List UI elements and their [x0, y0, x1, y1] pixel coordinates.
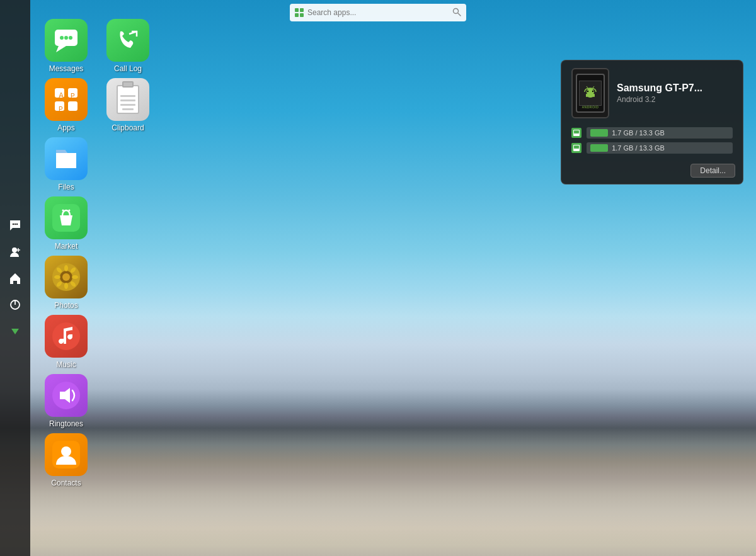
- chat-button[interactable]: [4, 214, 26, 237]
- messages-label: Messages: [49, 64, 84, 73]
- contacts-app-icon[interactable]: Contacts: [38, 433, 94, 487]
- desktop-icons-area: Messages Call Log A: [38, 19, 156, 492]
- svg-line-51: [593, 86, 594, 88]
- device-info: Samsung GT-P7... Android 3.2: [617, 82, 733, 104]
- search-bar[interactable]: [290, 4, 466, 21]
- storage2-bar: 1.7 GB / 13.3 GB: [587, 142, 733, 154]
- svg-rect-57: [574, 145, 579, 149]
- power-button[interactable]: [4, 293, 26, 316]
- market-app-icon[interactable]: Market: [38, 196, 94, 251]
- icon-row-5: Photos: [38, 256, 156, 310]
- svg-marker-16: [56, 46, 66, 52]
- svg-point-7: [14, 224, 16, 225]
- device-name: Samsung GT-P7...: [617, 82, 730, 94]
- storage1-bar: 1.7 GB / 13.3 GB: [587, 127, 733, 139]
- svg-point-19: [69, 36, 72, 40]
- svg-point-4: [454, 8, 459, 13]
- icon-row-3: Files: [38, 137, 156, 191]
- device-panel-footer: Detail...: [561, 160, 743, 184]
- device-panel-header: ANDROID Samsung GT-P7... Android 3.2: [561, 60, 743, 122]
- ringtones-app-icon[interactable]: Ringtones: [38, 374, 94, 428]
- svg-rect-53: [593, 94, 595, 97]
- storage1-fill: [590, 129, 608, 137]
- svg-point-29: [62, 210, 64, 212]
- svg-point-8: [16, 224, 18, 225]
- svg-text:P: P: [71, 93, 75, 99]
- icon-row-8: Contacts: [38, 433, 156, 487]
- calllog-app-icon[interactable]: Call Log: [100, 19, 156, 73]
- contacts-label: Contacts: [51, 479, 81, 487]
- svg-point-33: [62, 273, 70, 281]
- add-contact-button[interactable]: [4, 241, 26, 263]
- svg-point-17: [60, 36, 64, 40]
- svg-point-18: [64, 36, 68, 40]
- clipboard-label: Clipboard: [112, 123, 144, 132]
- music-app-icon[interactable]: Music: [38, 315, 94, 369]
- icon-row-4: Market: [38, 196, 156, 251]
- magnify-icon: [452, 8, 461, 18]
- music-label: Music: [56, 360, 76, 369]
- svg-text:P: P: [59, 106, 63, 113]
- svg-rect-55: [574, 130, 579, 133]
- arrow-down-button[interactable]: [4, 320, 26, 343]
- storage-row-2: 1.7 GB / 13.3 GB: [571, 142, 733, 154]
- svg-point-46: [61, 446, 71, 457]
- clipboard-app-icon[interactable]: Clipboard: [100, 78, 156, 132]
- svg-point-30: [69, 210, 71, 212]
- detail-button[interactable]: Detail...: [690, 164, 735, 178]
- topbar: [0, 0, 756, 25]
- svg-point-35: [64, 283, 68, 289]
- icon-row-6: Music: [38, 315, 156, 369]
- search-input[interactable]: [307, 8, 449, 17]
- svg-point-37: [72, 275, 78, 279]
- svg-rect-1: [300, 8, 304, 12]
- storage2-fill: [590, 144, 608, 152]
- svg-rect-2: [295, 13, 299, 17]
- svg-point-48: [587, 91, 588, 92]
- svg-point-36: [54, 275, 60, 279]
- device-image: ANDROID: [571, 68, 609, 118]
- icon-row-2: A P P Apps Clipboard: [38, 78, 156, 132]
- calllog-label: Call Log: [114, 64, 142, 73]
- svg-rect-0: [295, 8, 299, 12]
- svg-marker-14: [11, 329, 19, 334]
- device-panel: ANDROID Samsung GT-P7... Android 3.2 1.7…: [561, 60, 743, 184]
- svg-point-6: [13, 224, 14, 225]
- storage2-text: 1.7 GB / 13.3 GB: [612, 144, 665, 152]
- svg-line-5: [458, 13, 461, 16]
- market-label: Market: [55, 242, 78, 251]
- svg-point-34: [64, 265, 68, 271]
- photos-label: Photos: [54, 301, 77, 310]
- files-app-icon[interactable]: Files: [38, 137, 94, 191]
- svg-point-9: [12, 247, 17, 252]
- device-os: Android 3.2: [617, 95, 733, 104]
- messages-app-icon[interactable]: Messages: [38, 19, 94, 73]
- svg-text:A: A: [59, 91, 64, 100]
- device-storage: 1.7 GB / 13.3 GB 1.7 GB / 13.3 GB: [561, 122, 743, 160]
- photos-app-icon[interactable]: Photos: [38, 256, 94, 310]
- storage1-text: 1.7 GB / 13.3 GB: [612, 129, 665, 137]
- icon-row-1: Messages Call Log: [38, 19, 156, 73]
- svg-rect-3: [300, 13, 304, 17]
- apps-app-icon[interactable]: A P P Apps: [38, 78, 94, 132]
- home-button[interactable]: [4, 267, 26, 290]
- apps-grid-icon: [295, 8, 304, 17]
- svg-line-50: [587, 86, 588, 88]
- apps-label: Apps: [57, 123, 74, 132]
- svg-rect-24: [68, 101, 77, 111]
- storage2-icon: [571, 143, 581, 153]
- svg-rect-52: [586, 94, 588, 97]
- files-label: Files: [58, 183, 74, 191]
- svg-point-49: [592, 91, 593, 92]
- sidebar: [0, 0, 30, 556]
- storage-row-1: 1.7 GB / 13.3 GB: [571, 127, 733, 139]
- icon-row-7: Ringtones: [38, 374, 156, 428]
- storage1-icon: [571, 128, 581, 138]
- ringtones-label: Ringtones: [49, 419, 83, 428]
